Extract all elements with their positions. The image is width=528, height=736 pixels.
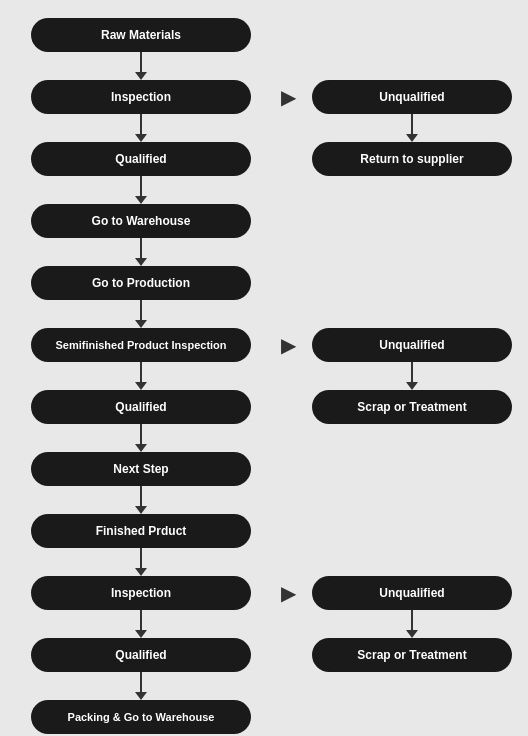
arrow-down <box>135 610 147 638</box>
arrow-right-2 <box>264 333 312 357</box>
arrow-down <box>135 176 147 204</box>
arrow-down <box>135 238 147 266</box>
raw-materials-node: Raw Materials <box>31 18 251 52</box>
qualified2-node: Qualified <box>31 390 251 424</box>
arrow-down <box>135 486 147 514</box>
arrow-right-1 <box>264 85 312 109</box>
arrow-down <box>135 672 147 700</box>
scrap2-node: Scrap or Treatment <box>312 638 512 672</box>
scrap1-node: Scrap or Treatment <box>312 390 512 424</box>
arrow-down <box>406 362 418 390</box>
arrow-down <box>135 114 147 142</box>
inspection1-node: Inspection <box>31 80 251 114</box>
qualified1-node: Qualified <box>31 142 251 176</box>
arrow-down <box>406 114 418 142</box>
arrow-right-3 <box>264 581 312 605</box>
qualified3-node: Qualified <box>31 638 251 672</box>
arrow-down <box>406 610 418 638</box>
arrow-down <box>135 424 147 452</box>
unqualified1-node: Unqualified <box>312 80 512 114</box>
diagram: Raw Materials Inspection Unqualified Qua… <box>0 10 528 736</box>
go-warehouse-node: Go to Warehouse <box>31 204 251 238</box>
finished-product-node: Finished Prduct <box>31 514 251 548</box>
arrow-down <box>135 52 147 80</box>
return-supplier-node: Return to supplier <box>312 142 512 176</box>
arrow-down <box>135 362 147 390</box>
next-step-node: Next Step <box>31 452 251 486</box>
arrow-down <box>135 300 147 328</box>
inspection2-node: Inspection <box>31 576 251 610</box>
unqualified2-node: Unqualified <box>312 328 512 362</box>
semifinished-node: Semifinished Product Inspection <box>31 328 251 362</box>
unqualified3-node: Unqualified <box>312 576 512 610</box>
go-production-node: Go to Production <box>31 266 251 300</box>
arrow-down <box>135 548 147 576</box>
packing-node: Packing & Go to Warehouse <box>31 700 251 734</box>
